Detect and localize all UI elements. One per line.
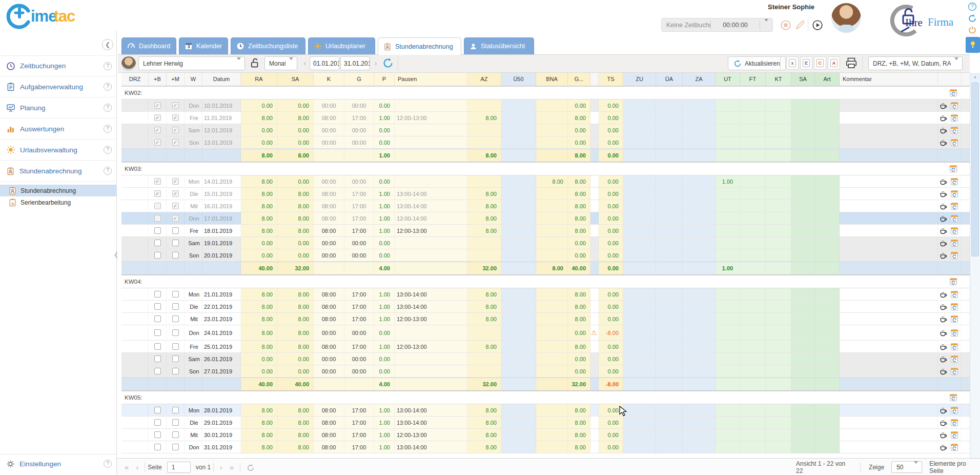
pause-edit-icon[interactable] [939,114,948,122]
checkbox-m[interactable] [172,215,179,222]
calendar-booking-icon[interactable] [950,443,958,451]
checkbox-b[interactable] [154,102,161,109]
table-row[interactable]: Fre25.01.20198.008.0008:0017:001.0012:00… [121,341,970,353]
employee-select[interactable]: Lehner Herwig [138,56,245,70]
tab-zeitbuchungsliste[interactable]: Zeitbuchungsliste [231,37,305,54]
pause-edit-icon[interactable] [939,202,948,210]
next-period-button[interactable]: › [372,56,379,70]
checkbox-m[interactable] [172,127,179,133]
first-page-button[interactable]: « [121,463,132,471]
checkbox-m[interactable] [172,252,179,259]
help-icon[interactable]: ? [104,83,112,91]
column-header-sa[interactable]: SA [277,73,314,86]
pause-edit-icon[interactable] [939,443,948,451]
checkbox-b[interactable] [154,355,161,362]
calendar-booking-icon[interactable] [950,431,958,439]
csv-export-button[interactable]: C [814,56,826,70]
period-select[interactable]: Monat [264,56,297,70]
checkbox-b[interactable] [154,139,161,146]
checkbox-b[interactable] [154,178,161,185]
table-row[interactable]: Mon28.01.20198.008.0008:0017:001.0013:00… [121,404,970,417]
pause-edit-icon[interactable] [939,126,948,134]
calendar-booking-icon[interactable] [950,251,958,260]
calendar-booking-icon[interactable] [950,303,958,311]
table-row[interactable]: Don10.01.20190.000.0000:0000:000.000.000… [121,100,970,112]
column-header-ft[interactable]: FT [740,73,766,86]
column-header-ua[interactable]: ÜA [656,73,683,86]
scroll-up-arrow[interactable]: ▲ [970,73,980,81]
calendar-booking-icon[interactable] [950,419,958,427]
table-row[interactable]: Fre11.01.20198.008.0008:0017:001.0012:00… [121,112,970,124]
pause-edit-icon[interactable] [939,406,948,414]
table-row[interactable]: Die29.01.20198.008.0008:0017:001.0013:00… [121,417,970,429]
checkbox-b[interactable] [154,431,161,438]
column-header-datum[interactable]: Datum [202,73,241,86]
calendar-booking-icon[interactable] [950,367,958,375]
date-to-input[interactable] [340,56,370,70]
column-header-w[interactable]: W [185,73,202,86]
pause-edit-icon[interactable] [939,138,948,147]
pause-edit-icon[interactable] [939,329,948,337]
checkbox-b[interactable] [154,240,161,246]
help-icon[interactable]: ? [968,2,977,11]
column-header-za[interactable]: ZA [683,73,716,86]
table-row[interactable]: Die22.01.20198.008.0008:0017:001.0013:00… [121,301,970,313]
checkbox-m[interactable] [172,240,179,246]
chevron-down-icon[interactable] [760,22,772,29]
last-page-button[interactable]: » [226,463,237,471]
pause-edit-icon[interactable] [939,102,948,110]
checkbox-b[interactable] [154,303,161,310]
prev-page-button[interactable]: ‹ [132,463,142,471]
sidebar-item-zeitbuchungen[interactable]: Zeitbuchungen? [0,55,117,76]
column-header-bna[interactable]: BNA [536,73,568,86]
avatar[interactable] [831,3,861,33]
table-row[interactable]: Son13.01.20190.000.0000:0000:000.000.000… [121,136,970,149]
pause-edit-icon[interactable] [939,190,948,198]
sidebar-item-stundenabrechnung[interactable]: Stundenabrechnung? [0,161,117,182]
table-row[interactable]: Mit30.01.20198.008.0008:0017:001.0012:00… [121,429,970,441]
pause-edit-icon[interactable] [939,214,948,223]
checkbox-m[interactable] [172,227,179,234]
calendar-booking-icon[interactable] [950,102,958,110]
reload-dates-icon[interactable] [382,57,394,69]
power-icon[interactable] [968,26,977,35]
calendar-booking-icon[interactable] [950,343,958,351]
table-row[interactable]: Mit16.01.20198.008.0008:0017:001.0013:00… [121,200,970,212]
checkbox-b[interactable] [154,227,161,234]
checkbox-m[interactable] [172,329,179,336]
table-row[interactable]: Sam19.01.20190.000.0000:0000:000.000.000… [121,237,970,249]
checkbox-b[interactable] [154,368,161,374]
calendar-booking-icon[interactable] [950,329,958,337]
sidebar-subitem-stundenabrechnung[interactable]: Stundenabrechnung [0,185,117,196]
sidebar-subitem-serienbearbeitung[interactable]: aSerienbearbeitung [0,196,117,208]
pause-edit-icon[interactable] [939,177,948,186]
next-page-button[interactable]: › [216,463,226,471]
column-header-b[interactable]: +B [149,73,167,86]
calendar-booking-icon[interactable] [950,290,958,299]
checkbox-m[interactable] [172,444,179,450]
sidebar-resize-handle[interactable]: ❮ [114,251,118,258]
checkbox-m[interactable] [172,190,179,197]
excel-export-button[interactable]: x [786,56,799,70]
column-header-ts[interactable]: TS [599,73,623,86]
tab-stundenabrechnung[interactable]: Stundenabrechnung [378,37,461,55]
checkbox-b[interactable] [154,114,161,121]
table-row[interactable]: Mit23.01.20198.008.0008:0017:001.0012:00… [121,313,970,325]
pause-edit-icon[interactable] [939,431,948,439]
help-icon[interactable]: ? [104,104,112,112]
vertical-scrollbar[interactable]: ▲ [970,73,980,458]
table-row[interactable]: Mon14.01.20198.000.0000:0000:000.008.008… [121,175,970,188]
checkbox-b[interactable] [154,291,161,298]
column-header-m[interactable]: +M [167,73,185,86]
group-calendar-icon[interactable] [949,393,957,402]
page-size-select[interactable]: 50 [891,461,922,473]
time-tracking-widget[interactable]: Keine Zeitbuchun... 00:00:00 [661,18,773,32]
pdf-export-button[interactable]: A [828,56,840,70]
checkbox-m[interactable] [172,291,179,298]
help-icon[interactable]: ? [104,146,112,154]
checkbox-m[interactable] [172,315,179,322]
sidebar-item-aufgabenverwaltung[interactable]: Aufgabenverwaltung? [0,76,117,97]
column-header-drz[interactable]: DRZ [121,73,149,86]
checkbox-m[interactable] [172,368,179,374]
unlock-icon[interactable] [249,57,260,69]
